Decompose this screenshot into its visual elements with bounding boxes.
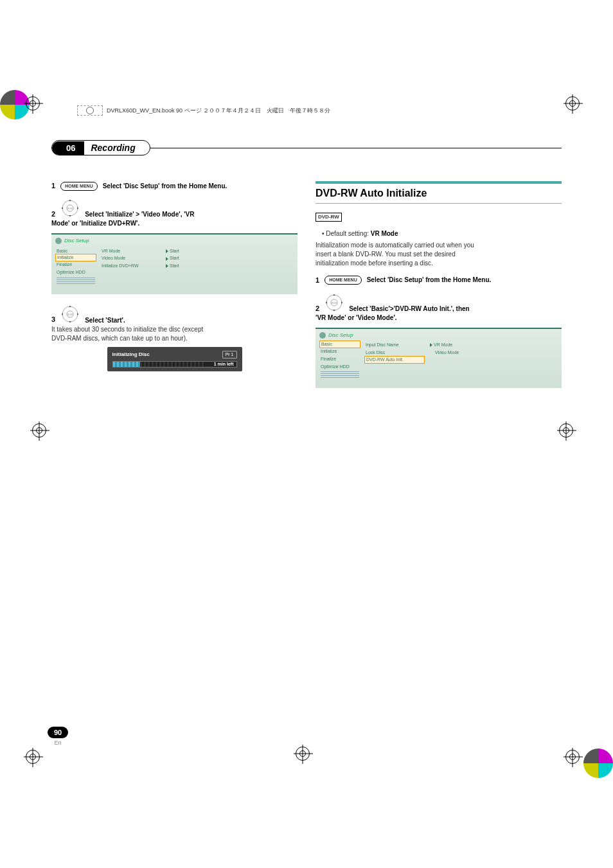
registration-mark [559,423,581,445]
menu-item: VR Mode [102,247,159,255]
screenshot-title: Disc Setup [328,332,353,339]
menu-item: Optimize HDD [321,363,359,371]
disc-icon [55,238,62,244]
disc-icon [319,332,326,339]
enter-nav-icon: ENTER [59,303,81,325]
menu-action: Start [166,262,292,270]
body-text: It takes about 30 seconds to initialize … [51,325,298,334]
preset-indicator: Pr 1 [222,351,237,359]
page-footer: 90 En [48,726,68,746]
menu-item: Optimize HDD [57,269,95,276]
screenshot-title: Disc Setup [64,237,89,244]
step-text: Select 'Initialize' > 'Video Mode', 'VR [85,210,194,219]
menu-item: Initialize [321,348,359,355]
svg-text:ENTER: ENTER [67,313,73,315]
section-heading: DVD-RW Auto Initialize [315,186,562,200]
svg-text:ENTER: ENTER [332,302,337,305]
menu-action: VR Mode [430,341,556,349]
step-number: 1 [315,276,319,285]
menu-action: Video Mode [430,349,556,357]
step-text: Mode' or 'Initialize DVD+RW'. [51,219,298,228]
disc-setup-screenshot: Disc Setup Basic Initialize Finalize Opt… [51,233,298,294]
menu-action: Start [166,247,292,255]
time-remaining: 1 min left [214,361,234,368]
step-number: 1 [51,181,55,191]
menu-item: Input Disc Name [366,341,423,349]
step-text: Select 'Start'. [85,316,125,325]
menu-item: Initialize DVD+RW [102,262,159,270]
step-number: 2 [315,304,319,314]
registration-mark [565,96,587,118]
bullet-item: • Default setting: VR Mode [322,229,562,238]
menu-item: Video Mode [102,254,159,262]
page-language: En [48,740,68,746]
step-text: 'VR Mode' or 'Video Mode'. [315,314,562,323]
registration-mark [26,750,48,772]
enter-nav-icon: ENTER [323,292,345,314]
header-text: DVRLX60D_WV_EN.book 90 ページ ２００７年４月２４日 火曜… [107,107,330,115]
step-number: 3 [51,315,55,324]
body-text: Initialization mode is automatically car… [315,241,562,250]
left-column: 1 HOME MENU Select 'Disc Setup' from the… [51,181,298,397]
cmyk-mark [583,748,613,778]
dialog-title: Initializing Disc [112,351,150,359]
step-text: Select 'Disc Setup' from the Home Menu. [103,182,227,191]
body-text: DVD-RAM discs, which can take up to an h… [51,334,298,343]
registration-mark [296,747,317,768]
body-text: insert a blank DVD-RW. You must set the … [315,250,562,259]
progress-bar: 1 min left [112,361,237,368]
right-column: DVD-RW Auto Initialize DVD-RW • Default … [315,181,562,397]
svg-text:ENTER: ENTER [67,208,73,210]
home-menu-button-icon: HOME MENU [324,276,362,285]
home-menu-button-icon: HOME MENU [60,182,98,191]
format-badge: DVD-RW [315,213,342,221]
step-text: Select 'Basic'>'DVD-RW Auto Init.', then [349,305,470,314]
page-number: 90 [48,727,68,738]
chapter-title: Recording [84,143,149,153]
enter-nav-icon: ENTER [59,197,81,219]
chapter-number: 06 [52,141,84,155]
body-text: initialization mode before inserting a d… [315,259,562,268]
disc-setup-screenshot: Disc Setup Basic Initialize Finalize Opt… [315,328,562,388]
registration-mark [32,423,54,445]
menu-item: Finalize [321,355,359,363]
registration-mark [565,750,587,772]
menu-action: Start [166,254,292,262]
menu-item: Finalize [57,261,95,269]
menu-item-selected: DVD-RW Auto Init. [364,356,425,364]
chapter-bar: 06 Recording [51,140,562,155]
print-header: DVRLX60D_WV_EN.book 90 ページ ２００７年４月２４日 火曜… [77,105,536,116]
step-number: 2 [51,209,55,219]
step-text: Select 'Disc Setup' from the Home Menu. [367,276,492,285]
registration-mark [26,96,48,118]
initializing-dialog: Initializing Disc Pr 1 1 min left [107,347,242,371]
